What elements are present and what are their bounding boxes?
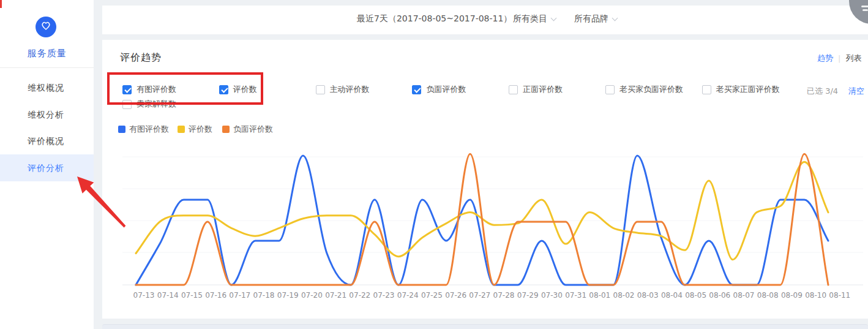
x-axis-tick-label: 07-25 — [421, 291, 443, 300]
sidebar-item-3[interactable]: 评价分析 — [0, 154, 94, 181]
toggle-divider: | — [838, 54, 840, 63]
x-axis-tick-label: 07-26 — [445, 291, 466, 300]
x-axis-tick-label: 08-09 — [781, 291, 803, 300]
metric-checkbox-label: 卖家解释数 — [137, 99, 176, 110]
x-axis-tick-label: 08-01 — [589, 291, 610, 300]
legend-item-0[interactable]: 有图评价数 — [118, 125, 169, 134]
x-axis-tick-label: 07-28 — [493, 291, 515, 300]
x-axis-tick-label: 07-21 — [325, 291, 346, 300]
legend-label: 评价数 — [189, 124, 212, 135]
checkbox-unchecked-icon[interactable] — [605, 85, 615, 94]
category-value: 所有类目 — [513, 13, 547, 25]
legend-item-2[interactable]: 负面评价数 — [222, 125, 273, 134]
line-series-2 — [136, 154, 828, 285]
app-root: 服务质量 维权概况维权分析评价概况评价分析 最近7天（2017-08-05~20… — [0, 0, 868, 329]
date-range-dropdown[interactable]: 最近7天（2017-08-05~2017-08-11） — [357, 13, 520, 25]
selection-status: 已选 3/4 — [807, 86, 838, 97]
next-panel-edge — [102, 324, 868, 329]
x-axis-tick-label: 07-20 — [301, 291, 323, 300]
legend-label: 负面评价数 — [233, 124, 273, 135]
x-axis-tick-label: 08-02 — [613, 291, 635, 300]
x-axis-tick-label: 08-11 — [829, 291, 850, 300]
x-axis-tick-label: 08-08 — [757, 291, 779, 300]
metric-checkbox-label: 老买家正面评价数 — [716, 84, 780, 95]
metric-checkbox-5[interactable]: 老买家负面评价数 — [605, 85, 683, 94]
legend-swatch-icon — [222, 126, 230, 133]
checkbox-checked-icon[interactable] — [219, 85, 228, 94]
x-axis-tick-label: 07-22 — [349, 291, 370, 300]
x-axis-tick-label: 08-04 — [661, 291, 683, 300]
checkbox-unchecked-icon[interactable] — [702, 85, 711, 94]
x-axis-tick-label: 07-18 — [253, 291, 275, 300]
x-axis-tick-label: 07-29 — [517, 291, 539, 300]
page-title: 评价趋势 — [120, 51, 162, 64]
legend-swatch-icon — [118, 126, 125, 133]
checkbox-unchecked-icon[interactable] — [509, 85, 518, 94]
tab-trend[interactable]: 趋势 — [817, 53, 833, 64]
metric-checkbox-4[interactable]: 正面评价数 — [509, 85, 563, 94]
metric-checkbox-label: 老买家负面评价数 — [619, 84, 683, 95]
x-axis-tick-label: 07-17 — [229, 291, 250, 300]
sidebar-item-2[interactable]: 评价概况 — [0, 127, 94, 154]
sidebar-item-1[interactable]: 维权分析 — [0, 101, 94, 128]
sidebar-divider — [0, 67, 94, 68]
x-axis-tick-label: 08-07 — [733, 291, 755, 300]
metric-checkbox-label: 负面评价数 — [426, 84, 466, 95]
x-axis-tick-label: 07-16 — [205, 291, 226, 300]
annotation-red-sliver — [0, 0, 2, 8]
chevron-down-icon — [551, 15, 557, 21]
checkbox-unchecked-icon[interactable] — [316, 85, 325, 94]
checkbox-unchecked-icon[interactable] — [122, 100, 132, 109]
x-axis-tick-label: 07-19 — [277, 291, 299, 300]
metric-checkbox-label: 主动评价数 — [330, 84, 370, 95]
clear-selection-link[interactable]: 清空 — [848, 86, 864, 97]
metric-checkbox-label: 有图评价数 — [137, 84, 176, 95]
metric-checkbox-label: 正面评价数 — [523, 84, 563, 95]
widget-glyph — [862, 9, 868, 11]
x-axis-tick-label: 07-14 — [157, 291, 179, 300]
x-axis-tick-label: 08-06 — [709, 291, 730, 300]
metric-checkbox-2[interactable]: 主动评价数 — [316, 85, 370, 94]
trend-line-chart: 07-1307-1407-1507-1607-1707-1807-1907-20… — [116, 144, 868, 306]
checkbox-checked-icon[interactable] — [412, 85, 421, 94]
x-axis-tick-label: 07-24 — [397, 291, 419, 300]
service-quality-logo — [36, 17, 56, 37]
x-axis-tick-label: 07-15 — [181, 291, 203, 300]
tab-list[interactable]: 列表 — [845, 53, 861, 64]
legend-label: 有图评价数 — [129, 124, 169, 135]
chevron-down-icon — [612, 15, 618, 21]
view-toggle: 趋势 | 列表 — [817, 53, 861, 64]
x-axis-tick-label: 07-31 — [565, 291, 586, 300]
widget-glyph — [861, 6, 868, 7]
brand-value: 所有品牌 — [574, 13, 608, 25]
sidebar-item-0[interactable]: 维权概况 — [0, 74, 94, 101]
x-axis-tick-label: 08-03 — [637, 291, 659, 300]
metric-checkbox-0[interactable]: 有图评价数 — [122, 85, 176, 94]
x-axis-tick-label: 07-30 — [541, 291, 563, 300]
metric-checkbox-6[interactable]: 老买家正面评价数 — [702, 85, 780, 94]
date-range-value: 最近7天（2017-08-05~2017-08-11） — [357, 13, 512, 25]
legend-swatch-icon — [178, 126, 185, 133]
sidebar-title: 服务质量 — [0, 48, 94, 59]
metric-checkbox-3[interactable]: 负面评价数 — [412, 85, 466, 94]
brand-dropdown[interactable]: 所有品牌 — [574, 13, 617, 25]
metric-checkbox-label: 评价数 — [233, 84, 257, 95]
x-axis-tick-label: 08-10 — [805, 291, 826, 300]
checkbox-checked-icon[interactable] — [122, 85, 132, 94]
category-dropdown[interactable]: 所有类目 — [513, 13, 556, 25]
heart-icon — [40, 20, 52, 34]
x-axis-tick-label: 07-13 — [133, 291, 155, 300]
x-axis-tick-label: 08-05 — [685, 291, 706, 300]
metric-checkbox-7[interactable]: 卖家解释数 — [122, 99, 176, 109]
x-axis-tick-label: 07-27 — [469, 291, 490, 300]
legend-item-1[interactable]: 评价数 — [178, 125, 212, 134]
x-axis-tick-label: 07-23 — [373, 291, 395, 300]
metric-checkbox-1[interactable]: 评价数 — [219, 85, 257, 94]
